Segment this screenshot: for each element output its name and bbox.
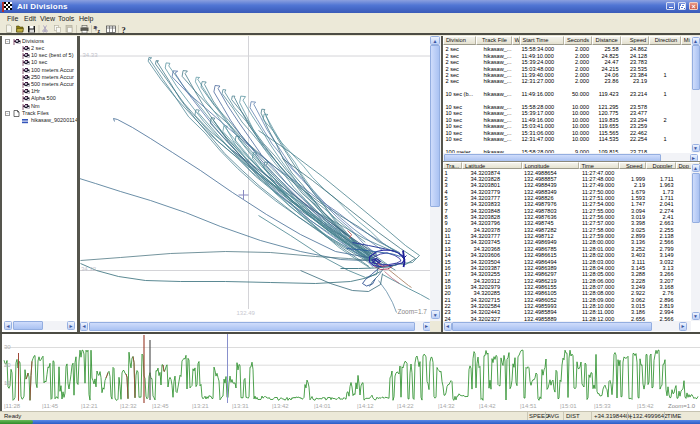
svg-text:z: z	[98, 27, 101, 33]
svg-text:?: ?	[122, 24, 126, 34]
